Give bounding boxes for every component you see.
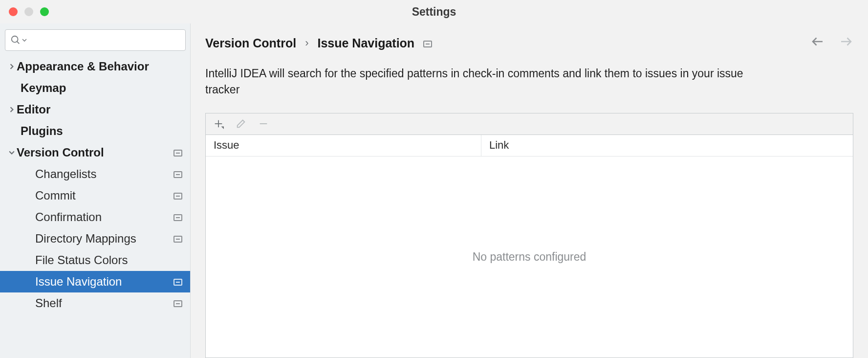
tree-item-issue-navigation[interactable]: Issue Navigation [0,271,190,292]
svg-point-0 [12,36,18,43]
table-toolbar [206,113,853,135]
tree-item-changelists[interactable]: Changelists [0,163,190,185]
tree-item-label: Directory Mappings [35,232,136,246]
svg-line-1 [17,42,20,44]
window-title: Settings [0,5,868,19]
breadcrumb: Version Control › Issue Navigation [205,34,853,52]
tree-item-label: Commit [35,189,76,202]
tree-item-label: Shelf [35,296,62,310]
project-scope-icon [174,210,182,224]
back-button[interactable] [810,34,825,52]
tree-item-label: Editor [17,103,50,116]
window-controls [0,7,49,16]
pencil-icon [236,118,246,129]
tree-item-editor[interactable]: Editor [0,99,190,120]
tree-item-keymap[interactable]: Keymap [0,77,190,99]
tree-item-confirmation[interactable]: Confirmation [0,206,190,228]
breadcrumb-root[interactable]: Version Control [205,36,296,50]
tree-item-label: Appearance & Behavior [17,60,149,73]
titlebar: Settings [0,0,868,23]
minus-icon [258,118,269,129]
remove-button[interactable] [257,117,270,131]
page-description: IntelliJ IDEA will search for the specif… [205,66,758,98]
project-scope-icon [174,275,182,289]
table-header: Issue Link [206,135,853,157]
project-scope-icon [174,189,182,202]
table-empty-state: No patterns configured [206,157,853,358]
tree-item-label: Version Control [17,146,104,159]
tree-item-label: Plugins [21,124,63,138]
settings-sidebar: Appearance & Behavior Keymap Editor Plug… [0,23,191,358]
project-scope-icon [174,232,182,246]
search-icon [10,35,21,45]
close-window-button[interactable] [9,7,18,16]
tree-item-directory-mappings[interactable]: Directory Mappings [0,228,190,249]
tree-item-label: Issue Navigation [35,275,122,289]
tree-item-shelf[interactable]: Shelf [0,292,190,314]
tree-item-appearance-behavior[interactable]: Appearance & Behavior [0,56,190,77]
zoom-window-button[interactable] [40,7,49,16]
minimize-window-button[interactable] [24,7,33,16]
settings-search-input[interactable] [32,35,180,46]
edit-button[interactable] [234,117,248,131]
svg-marker-6 [221,127,224,130]
issue-patterns-table: Issue Link No patterns configured [205,113,853,358]
project-scope-icon [174,167,182,181]
chevron-right-icon [7,64,17,69]
settings-tree: Appearance & Behavior Keymap Editor Plug… [0,56,190,358]
tree-item-label: Keymap [21,81,66,95]
breadcrumb-current: Issue Navigation [317,36,414,50]
tree-item-label: File Status Colors [35,253,128,267]
add-button[interactable] [212,117,225,131]
tree-item-version-control[interactable]: Version Control [0,142,190,163]
arrow-right-icon [839,34,853,49]
tree-item-label: Confirmation [35,210,102,224]
settings-search[interactable] [5,29,186,51]
tree-item-plugins[interactable]: Plugins [0,120,190,142]
tree-item-file-status-colors[interactable]: File Status Colors [0,249,190,271]
column-header-issue[interactable]: Issue [206,135,481,156]
chevron-right-icon [7,107,17,112]
project-scope-icon [174,146,182,159]
tree-item-commit[interactable]: Commit [0,185,190,206]
project-scope-icon [423,36,432,50]
chevron-right-icon: › [305,37,308,49]
chevron-down-icon [7,150,17,156]
plus-icon [213,118,224,129]
tree-item-label: Changelists [35,167,96,181]
column-header-link[interactable]: Link [481,135,853,156]
chevron-down-icon [22,38,27,43]
forward-button[interactable] [839,34,853,52]
arrow-left-icon [810,34,825,49]
project-scope-icon [174,296,182,310]
settings-main: Version Control › Issue Navigation Intel… [191,23,868,358]
